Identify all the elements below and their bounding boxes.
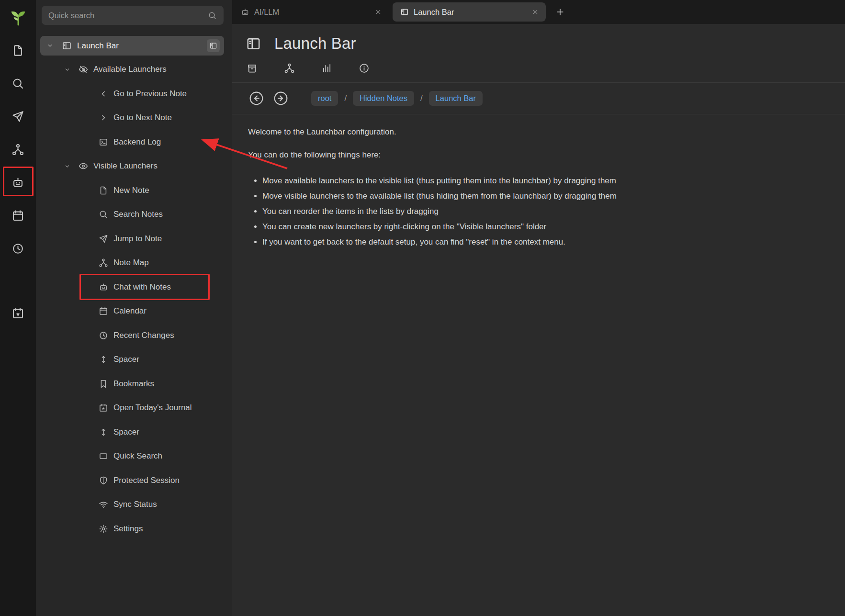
tree-item-jump-to-note[interactable]: Jump to Note bbox=[36, 227, 232, 251]
note-paths-icon bbox=[247, 63, 258, 74]
prompt-text: You can do the following things here: bbox=[248, 150, 826, 160]
eye-icon bbox=[79, 161, 88, 171]
rail-open-todays-journal-button[interactable] bbox=[0, 297, 36, 330]
tree-item-go-to-next-note[interactable]: Go to Next Note bbox=[36, 106, 232, 130]
tree-item-label: New Note bbox=[113, 186, 149, 195]
bot-icon bbox=[99, 282, 108, 292]
intro-text: Welcome to the Launchbar configuration. bbox=[248, 127, 826, 137]
tree-item-calendar[interactable]: Calendar bbox=[36, 299, 232, 324]
chevron-right-icon bbox=[99, 113, 108, 123]
network-icon bbox=[99, 258, 108, 268]
left-rail bbox=[0, 0, 36, 616]
tab-close-icon[interactable] bbox=[374, 8, 382, 16]
note-map-icon bbox=[11, 143, 24, 156]
bot-icon bbox=[241, 8, 249, 16]
search-icon bbox=[99, 210, 108, 219]
tree-item-available-launchers[interactable]: Available Launchers bbox=[36, 57, 232, 82]
send-icon bbox=[99, 234, 108, 244]
gear-icon bbox=[99, 524, 108, 534]
tree-item-bookmarks[interactable]: Bookmarks bbox=[36, 372, 232, 396]
recent-changes-icon bbox=[11, 242, 24, 255]
note-content: Welcome to the Launchbar configuration. … bbox=[232, 114, 845, 250]
breadcrumb-segment-hidden-notes[interactable]: Hidden Notes bbox=[353, 91, 414, 106]
main-pane: AI/LLMLaunch Bar Launch Bar root/Hidden … bbox=[232, 0, 845, 616]
launch-bar-icon bbox=[400, 8, 409, 16]
rail-note-map-button[interactable] bbox=[0, 133, 36, 166]
rail-jump-to-note-button[interactable] bbox=[0, 100, 36, 133]
wifi-icon bbox=[99, 500, 108, 509]
arrow-left-circle-icon bbox=[248, 90, 265, 107]
tree-item-label: Settings bbox=[113, 524, 143, 534]
note-info-icon bbox=[321, 63, 332, 74]
tab-launch-bar[interactable]: Launch Bar bbox=[393, 2, 546, 22]
tree-item-chat-with-notes[interactable]: Chat with Notes bbox=[36, 275, 232, 300]
search-notes-icon bbox=[11, 77, 24, 90]
tree-item-settings[interactable]: Settings bbox=[36, 517, 232, 541]
tree-item-backend-log[interactable]: Backend Log bbox=[36, 130, 232, 155]
tree-item-label: Go to Previous Note bbox=[113, 89, 187, 99]
tree-item-go-to-previous-note[interactable]: Go to Previous Note bbox=[36, 82, 232, 106]
tree-item-label: Note Map bbox=[113, 258, 149, 268]
breadcrumb-segment-launch-bar[interactable]: Launch Bar bbox=[429, 91, 483, 106]
tree-item-search-notes[interactable]: Search Notes bbox=[36, 202, 232, 227]
tree-item-label: Chat with Notes bbox=[113, 282, 171, 292]
rail-search-notes-button[interactable] bbox=[0, 67, 36, 100]
tab-ai-llm[interactable]: AI/LLM bbox=[233, 0, 389, 24]
ribbon-note-map-button[interactable] bbox=[284, 63, 295, 74]
tree-item-new-note[interactable]: New Note bbox=[36, 179, 232, 203]
tree-item-sync-status[interactable]: Sync Status bbox=[36, 493, 232, 517]
arrow-right-circle-icon bbox=[272, 90, 289, 107]
breadcrumb-segment-root[interactable]: root bbox=[311, 91, 338, 106]
breadcrumb-separator: / bbox=[344, 94, 347, 103]
bullet-item: You can create new launchers by right-cl… bbox=[262, 219, 826, 235]
plus-icon bbox=[555, 7, 565, 17]
tree-item-open-today-s-journal[interactable]: Open Today's Journal bbox=[36, 396, 232, 420]
breadcrumb: root/Hidden Notes/Launch Bar bbox=[311, 91, 483, 106]
launch-bar-icon bbox=[209, 42, 217, 50]
ribbon-info-button[interactable] bbox=[359, 63, 370, 74]
tree-item-note-map[interactable]: Note Map bbox=[36, 251, 232, 275]
quick-search-input[interactable] bbox=[42, 11, 208, 20]
tree-item-protected-session[interactable]: Protected Session bbox=[36, 469, 232, 493]
tree-item-label: Spacer bbox=[113, 355, 139, 364]
new-note-icon bbox=[11, 44, 24, 57]
tree-item-quick-search[interactable]: Quick Search bbox=[36, 444, 232, 469]
tab-close-icon[interactable] bbox=[531, 8, 539, 16]
tree-item-spacer[interactable]: Spacer bbox=[36, 347, 232, 372]
history-back-button[interactable] bbox=[248, 90, 265, 107]
ribbon-note-info-button[interactable] bbox=[321, 63, 332, 74]
open-note-source-button[interactable] bbox=[207, 39, 220, 52]
tree-item-spacer[interactable]: Spacer bbox=[36, 420, 232, 445]
chevron-down-icon bbox=[64, 163, 71, 170]
history-forward-button[interactable] bbox=[272, 90, 289, 107]
sidebar: Launch Bar Available LaunchersGo to Prev… bbox=[36, 0, 232, 616]
tree-item-launch-bar-root[interactable]: Launch Bar bbox=[40, 36, 224, 56]
new-tab-button[interactable] bbox=[552, 3, 569, 21]
tree-item-recent-changes[interactable]: Recent Changes bbox=[36, 324, 232, 348]
bookmark-icon bbox=[99, 379, 108, 389]
calendar-icon bbox=[99, 306, 108, 316]
tree-item-label: Bookmarks bbox=[113, 379, 154, 389]
terminal-icon bbox=[99, 137, 108, 147]
chat-with-notes-icon bbox=[11, 176, 24, 189]
file-icon bbox=[99, 186, 108, 195]
tree-item-visible-launchers[interactable]: Visible Launchers bbox=[36, 154, 232, 179]
ribbon-icon-row bbox=[246, 53, 845, 82]
breadcrumb-row: root/Hidden Notes/Launch Bar bbox=[232, 83, 845, 114]
rail-calendar-button[interactable] bbox=[0, 199, 36, 232]
bullet-list: Move available launchers to the visible … bbox=[248, 173, 826, 250]
ribbon-note-paths-button[interactable] bbox=[247, 63, 258, 74]
rail-chat-with-notes-button[interactable] bbox=[0, 166, 36, 199]
spacer-icon bbox=[99, 355, 108, 364]
history-icon bbox=[99, 331, 108, 340]
tree-item-label: Protected Session bbox=[113, 476, 180, 485]
tab-bar: AI/LLMLaunch Bar bbox=[232, 0, 845, 24]
shield-icon bbox=[99, 476, 108, 485]
rail-recent-changes-button[interactable] bbox=[0, 232, 36, 265]
tree-item-label: Go to Next Note bbox=[113, 113, 172, 123]
rail-new-note-button[interactable] bbox=[0, 34, 36, 67]
bullet-item: Move visible launchers to the available … bbox=[262, 189, 826, 204]
tree-item-label: Jump to Note bbox=[113, 234, 162, 244]
tree-item-label: Available Launchers bbox=[93, 65, 167, 74]
calendar-star-icon bbox=[99, 403, 108, 413]
